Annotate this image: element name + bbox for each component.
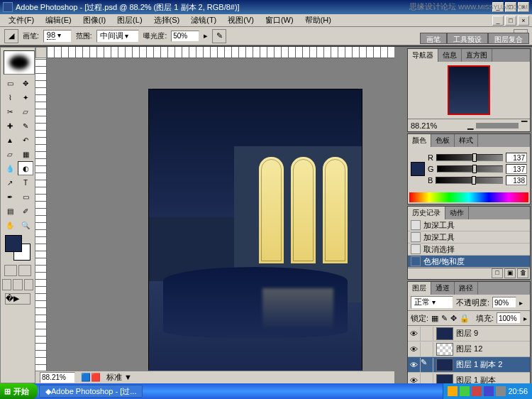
color-preview[interactable] <box>411 162 425 176</box>
visibility-icon[interactable]: 👁 <box>408 342 421 356</box>
zoom-slider[interactable] <box>476 123 519 129</box>
shape-tool[interactable]: ▭ <box>18 190 33 204</box>
tab-tool-presets[interactable]: 工具预设 <box>447 33 488 44</box>
opacity-input[interactable] <box>492 297 516 308</box>
visibility-icon[interactable]: 👁 <box>408 327 421 341</box>
history-item[interactable]: 加深工具 <box>408 231 530 244</box>
blend-mode-select[interactable]: 正常 ▾ <box>411 296 453 309</box>
pen-tool[interactable]: ✒ <box>2 190 18 204</box>
tab-actions[interactable]: 动作 <box>445 207 469 219</box>
blur-tool[interactable]: 💧 <box>2 161 18 175</box>
standard-mode-icon[interactable] <box>4 265 17 276</box>
lock-all-icon[interactable]: 🔒 <box>460 314 470 323</box>
tab-info[interactable]: 信息 <box>438 49 462 62</box>
color-spectrum[interactable] <box>409 192 528 202</box>
lock-pixels-icon[interactable]: ✎ <box>441 314 448 323</box>
g-slider[interactable] <box>437 165 503 173</box>
system-tray[interactable]: 20:56 <box>443 383 532 399</box>
brush-tool[interactable]: ✎ <box>18 119 33 133</box>
eyedropper-tool[interactable]: ✐ <box>18 204 33 218</box>
tab-channels[interactable]: 通道 <box>431 282 455 295</box>
path-tool[interactable]: ↗ <box>2 175 18 190</box>
screen-mode-1[interactable] <box>2 279 11 290</box>
history-brush-tool[interactable]: ↶ <box>18 133 33 147</box>
navigator-thumbnail[interactable] <box>448 65 490 115</box>
brush-indicator-icon[interactable]: ✎ <box>421 358 433 372</box>
tab-brushes[interactable]: 画笔 <box>420 33 447 44</box>
r-input[interactable] <box>506 153 527 163</box>
tab-swatches[interactable]: 色板 <box>431 134 455 147</box>
taskbar-item[interactable]: ◆ Adobe Photoshop - [过... <box>39 385 143 398</box>
b-slider[interactable] <box>436 177 503 184</box>
b-input[interactable] <box>506 175 527 185</box>
navigator-zoom[interactable]: 88.21% <box>411 121 437 130</box>
foreground-color[interactable] <box>5 235 22 252</box>
lock-transparent-icon[interactable]: ▦ <box>431 314 438 323</box>
clock[interactable]: 20:56 <box>508 387 528 395</box>
doc-minimize-button[interactable]: _ <box>492 16 504 26</box>
new-doc-icon[interactable]: ▣ <box>504 268 516 278</box>
tab-styles[interactable]: 样式 <box>455 134 478 147</box>
tab-histogram[interactable]: 直方图 <box>462 49 492 62</box>
tab-navigator[interactable]: 导航器 <box>408 49 438 62</box>
lasso-tool[interactable]: ⌇ <box>2 90 18 104</box>
volume-icon[interactable] <box>496 386 506 396</box>
doc-size-select[interactable]: 标准 ▼ <box>106 372 132 383</box>
zoom-out-icon[interactable]: ▁ <box>467 121 473 130</box>
range-select[interactable]: 中间调 ▾ <box>96 30 140 43</box>
menu-view[interactable]: 视图(V) <box>222 13 260 27</box>
jump-to-icon[interactable]: �⁠▶ <box>5 293 31 305</box>
layer-item[interactable]: 👁图层 12 <box>408 341 530 357</box>
slice-tool[interactable]: ▱ <box>18 104 33 119</box>
eraser-tool[interactable]: ▱ <box>2 147 18 161</box>
tab-layers[interactable]: 图层 <box>408 282 431 295</box>
healing-tool[interactable]: ✚ <box>2 119 18 133</box>
layer-item[interactable]: 👁图层 9 <box>408 326 530 341</box>
menu-layer[interactable]: 图层(L) <box>111 13 148 27</box>
fill-input[interactable] <box>497 312 521 324</box>
ruler-origin[interactable] <box>35 47 47 58</box>
hand-tool[interactable]: ✋ <box>2 218 18 232</box>
history-item[interactable]: 加深工具 <box>408 219 530 231</box>
new-snapshot-icon[interactable]: □ <box>492 268 503 278</box>
lock-position-icon[interactable]: ✥ <box>450 314 457 323</box>
start-button[interactable]: ⊞开始 <box>0 383 38 399</box>
trash-icon[interactable]: 🗑 <box>517 268 528 278</box>
visibility-icon[interactable]: 👁 <box>408 358 421 372</box>
zoom-tool[interactable]: 🔍 <box>18 218 33 232</box>
tab-layer-comps[interactable]: 图层复合 <box>488 33 529 44</box>
menu-filter[interactable]: 滤镜(T) <box>185 13 222 27</box>
doc-close-button[interactable]: × <box>518 16 529 26</box>
current-tool-icon[interactable]: ◢ <box>4 29 18 43</box>
history-item[interactable]: 色相/饱和度 <box>408 256 530 268</box>
gradient-tool[interactable]: ▦ <box>18 147 33 161</box>
type-tool[interactable]: T <box>18 175 33 190</box>
crop-tool[interactable]: ✂ <box>2 104 18 119</box>
notes-tool[interactable]: ▤ <box>2 204 18 218</box>
g-input[interactable] <box>506 164 527 174</box>
exposure-input[interactable] <box>171 31 199 42</box>
screen-mode-3[interactable] <box>24 279 33 290</box>
ruler-horizontal[interactable] <box>47 47 394 58</box>
tray-icon[interactable] <box>460 386 470 396</box>
tab-paths[interactable]: 路径 <box>455 282 478 295</box>
tray-icon[interactable] <box>448 386 458 396</box>
menu-window[interactable]: 窗口(W) <box>260 13 299 27</box>
dodge-tool[interactable]: ◐ <box>18 161 33 175</box>
ruler-vertical[interactable] <box>35 58 47 372</box>
wand-tool[interactable]: ✦ <box>18 90 33 104</box>
airbrush-icon[interactable]: ✎ <box>212 29 226 43</box>
quickmask-mode-icon[interactable] <box>18 265 31 276</box>
marquee-tool[interactable]: ▭ <box>2 76 18 90</box>
menu-edit[interactable]: 编辑(E) <box>40 13 77 27</box>
move-tool[interactable]: ✥ <box>18 76 33 90</box>
tab-color[interactable]: 颜色 <box>408 134 431 147</box>
tray-icon[interactable] <box>484 386 494 396</box>
menu-file[interactable]: 文件(F) <box>3 13 40 27</box>
doc-maximize-button[interactable]: □ <box>505 16 516 26</box>
r-slider[interactable] <box>436 154 503 161</box>
stamp-tool[interactable]: ▲ <box>2 133 18 147</box>
screen-mode-2[interactable] <box>13 279 22 290</box>
zoom-in-icon[interactable]: ▔ <box>521 121 527 130</box>
tab-history[interactable]: 历史记录 <box>408 207 445 219</box>
